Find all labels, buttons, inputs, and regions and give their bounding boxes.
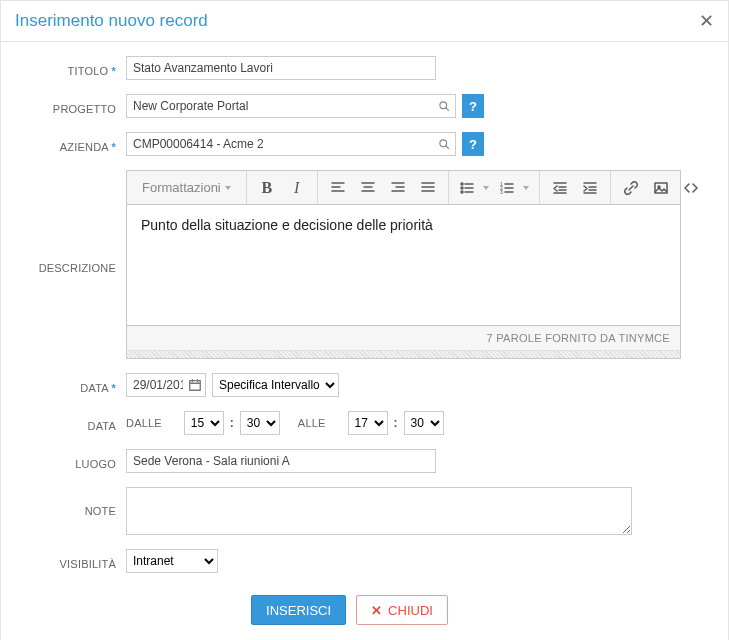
align-justify-icon[interactable]: [414, 174, 442, 202]
close-icon: ✕: [371, 603, 382, 618]
label-dalle: DALLE: [126, 417, 162, 429]
alle-min-select[interactable]: 30: [404, 411, 444, 435]
dalle-min-select[interactable]: 30: [240, 411, 280, 435]
label-alle: ALLE: [298, 417, 326, 429]
dalle-hour-select[interactable]: 15: [184, 411, 224, 435]
align-right-icon[interactable]: [384, 174, 412, 202]
help-button-azienda[interactable]: ?: [462, 132, 484, 156]
titolo-input[interactable]: [126, 56, 436, 80]
rich-text-editor: Formattazioni B I: [126, 170, 681, 359]
form-body: TITOLO * PROGETTO ? AZIENDA *: [1, 42, 728, 640]
dialog: Inserimento nuovo record ✕ TITOLO * PROG…: [0, 0, 729, 640]
label-data: DATA *: [1, 377, 126, 394]
note-textarea[interactable]: [126, 487, 632, 535]
svg-point-16: [461, 183, 463, 185]
align-left-icon[interactable]: [324, 174, 352, 202]
dialog-header: Inserimento nuovo record ✕: [1, 1, 728, 42]
format-dropdown[interactable]: Formattazioni: [133, 174, 240, 202]
close-icon[interactable]: ✕: [699, 12, 714, 30]
label-data-range: DATA: [1, 415, 126, 432]
visibilita-select[interactable]: Intranet: [126, 549, 218, 573]
label-luogo: LUOGO: [1, 453, 126, 470]
editor-resize-handle[interactable]: [127, 350, 680, 358]
intervallo-select[interactable]: Specifica Intervallo: [212, 373, 339, 397]
inserisci-button[interactable]: INSERISCI: [251, 595, 346, 625]
link-icon[interactable]: [617, 174, 645, 202]
outdent-icon[interactable]: [546, 174, 574, 202]
help-button-progetto[interactable]: ?: [462, 94, 484, 118]
alle-hour-select[interactable]: 17: [348, 411, 388, 435]
svg-point-18: [461, 187, 463, 189]
data-input[interactable]: [126, 373, 206, 397]
image-icon[interactable]: [647, 174, 675, 202]
action-bar: INSERISCI ✕ CHIUDI: [1, 595, 698, 625]
svg-text:3: 3: [500, 189, 503, 195]
bold-button[interactable]: B: [253, 174, 281, 202]
label-descrizione: DESCRIZIONE: [1, 170, 126, 274]
luogo-input[interactable]: [126, 449, 436, 473]
italic-button[interactable]: I: [283, 174, 311, 202]
indent-icon[interactable]: [576, 174, 604, 202]
editor-body[interactable]: Punto della situazione e decisione delle…: [127, 205, 680, 325]
align-center-icon[interactable]: [354, 174, 382, 202]
svg-point-20: [461, 191, 463, 193]
chiudi-button[interactable]: ✕ CHIUDI: [356, 595, 448, 625]
label-azienda: AZIENDA *: [1, 136, 126, 153]
editor-toolbar: Formattazioni B I: [127, 171, 680, 205]
dialog-title: Inserimento nuovo record: [15, 11, 208, 31]
label-progetto: PROGETTO: [1, 98, 126, 115]
bullet-list-dropdown[interactable]: [455, 171, 493, 205]
numbered-list-dropdown[interactable]: 123: [495, 171, 533, 205]
bullet-list-icon[interactable]: [455, 174, 479, 202]
label-visibilita: VISIBILITÀ: [1, 553, 126, 570]
code-icon[interactable]: [677, 174, 705, 202]
azienda-input[interactable]: [126, 132, 456, 156]
label-note: NOTE: [1, 487, 126, 517]
numbered-list-icon[interactable]: 123: [495, 174, 519, 202]
progetto-input[interactable]: [126, 94, 456, 118]
label-titolo: TITOLO *: [1, 60, 126, 77]
editor-footer: 7 PAROLE FORNITO DA TINYMCE: [127, 325, 680, 350]
svg-rect-36: [655, 183, 667, 193]
